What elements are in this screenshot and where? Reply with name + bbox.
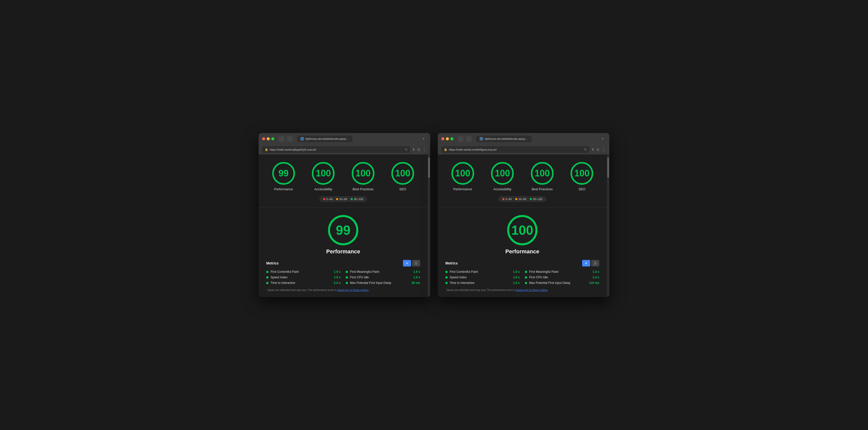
toggle-list-left[interactable]: ☰	[412, 260, 420, 267]
page-actions-right: ⬆ ⧉ ⋮	[591, 147, 606, 152]
perf-circle-large-left: 99	[328, 215, 358, 245]
toggle-grid-left[interactable]: ≡	[403, 260, 411, 267]
legend-label-green-right: 90–100	[533, 197, 542, 201]
score-label-bestpractices-right: Best Practices	[532, 187, 553, 191]
metric-name-si-right: Speed Index	[450, 276, 511, 279]
address-bar-row-left: 🔒 https://hello-world-q8qsp64y8.now.sh/ …	[262, 145, 427, 154]
legend-dot-orange-left	[336, 198, 338, 200]
legend-label-red-right: 0–49	[506, 197, 512, 201]
tab-left[interactable]: 🔵 lighthouse-dot-webdotdevsite.appspot..…	[297, 135, 352, 142]
legend-orange-left: 50–89	[336, 197, 347, 201]
back-button-right[interactable]: ‹	[458, 135, 464, 142]
performance-section-left: 99 Performance Metrics ≡ ☰	[259, 208, 428, 297]
windows-icon-left[interactable]: ⧉	[417, 148, 420, 152]
performance-section-right: 100 Performance Metrics ≡ ☰	[438, 208, 607, 297]
more-icon-left[interactable]: ⋮	[423, 147, 427, 152]
legend-bar-left: 0–49 50–89 90–100	[264, 196, 423, 202]
scrollbar-right[interactable]	[607, 154, 609, 297]
add-tab-left[interactable]: +	[420, 135, 427, 142]
browser-window-right: ‹ › 🔵 lighthouse-dot-webdotdevsite.appsp…	[438, 133, 609, 297]
legend-label-orange-left: 50–89	[339, 197, 347, 201]
score-number-bestpractices-left: 100	[355, 168, 371, 179]
perf-circle-large-right: 100	[507, 215, 537, 245]
score-seo-right: 100 SEO	[570, 162, 593, 191]
metric-tti-left: Time to Interactive 2.0 s	[266, 281, 341, 285]
metric-dot-tti-right	[445, 282, 447, 284]
windows-icon-right[interactable]: ⧉	[597, 148, 599, 152]
add-tab-right[interactable]: +	[599, 135, 606, 142]
score-label-accessibility-right: Accessibility	[494, 187, 512, 191]
share-icon-left[interactable]: ⬆	[412, 148, 415, 151]
metric-name-fmp-right: First Meaningful Paint	[529, 270, 590, 274]
score-label-bestpractices-left: Best Practices	[352, 187, 373, 191]
close-button-left[interactable]	[262, 137, 265, 140]
metric-value-fcp-left: 1.9 s	[334, 270, 341, 274]
perf-score-center-left: 99 Performance	[264, 215, 423, 255]
metric-dot-fci-right	[525, 276, 527, 279]
metric-name-tti-right: Time to Interactive	[450, 281, 511, 285]
footer-link-left[interactable]: based only on these metrics	[337, 289, 369, 291]
metric-si-right: Speed Index 1.0 s	[445, 276, 520, 279]
refresh-btn-right[interactable]: ↻	[584, 148, 587, 151]
metric-dot-fmp-left	[346, 271, 348, 273]
score-number-accessibility-right: 100	[495, 168, 510, 179]
share-icon-right[interactable]: ⬆	[591, 148, 594, 151]
metric-fmp-right: First Meaningful Paint 1.0 s	[525, 270, 599, 274]
legend-label-green-left: 90–100	[354, 197, 363, 201]
minimize-button-right[interactable]	[446, 137, 449, 140]
legend-pill-left: 0–49 50–89 90–100	[319, 196, 367, 202]
legend-green-right: 90–100	[530, 197, 542, 201]
browser-chrome-right: ‹ › 🔵 lighthouse-dot-webdotdevsite.appsp…	[438, 133, 609, 154]
more-icon-right[interactable]: ⋮	[601, 147, 606, 152]
footer-text-left: Values are estimated and may vary. The p…	[267, 289, 337, 291]
page-nav-left: ‹ ›	[278, 135, 293, 142]
minimize-button-left[interactable]	[267, 137, 270, 140]
legend-pill-right: 0–49 50–89 90–100	[498, 196, 547, 202]
metrics-section-left: Metrics ≡ ☰ First Contentful Paint 1.9 s	[264, 260, 423, 292]
url-text-right: https://hello-world-mmb0r8gsw.now.sh/	[449, 148, 583, 151]
view-toggle-left: ≡ ☰	[403, 260, 420, 267]
titlebar-left: ‹ › 🔵 lighthouse-dot-webdotdevsite.appsp…	[262, 135, 427, 142]
metric-name-fci-right: First CPU Idle	[529, 276, 590, 279]
metric-fcp-right: First Contentful Paint 1.0 s	[445, 270, 520, 274]
footer-end-right: .	[548, 289, 548, 291]
legend-red-left: 0–49	[323, 197, 333, 201]
metric-value-fmp-left: 1.9 s	[413, 270, 420, 274]
metric-value-si-left: 1.9 s	[334, 276, 341, 279]
metric-value-si-right: 1.0 s	[513, 276, 520, 279]
url-text-left: https://hello-world-q8qsp64y8.now.sh/	[270, 148, 403, 151]
metric-name-fci-left: First CPU Idle	[350, 276, 411, 279]
score-number-performance-right: 100	[455, 168, 470, 179]
legend-dot-red-left	[323, 198, 325, 200]
content-area-left: 99 Performance 100 Accessibility 100	[259, 154, 430, 297]
metric-value-tti-left: 2.0 s	[334, 281, 341, 285]
footer-link-right[interactable]: based only on these metrics	[516, 289, 548, 291]
metric-mpfid-left: Max Potential First Input Delay 90 ms	[346, 281, 420, 285]
address-bar-left[interactable]: 🔒 https://hello-world-q8qsp64y8.now.sh/ …	[262, 146, 410, 153]
metric-name-tti-left: Time to Interactive	[271, 281, 332, 285]
metric-name-mpfid-right: Max Potential First Input Delay	[529, 281, 587, 285]
metric-name-si-left: Speed Index	[271, 276, 332, 279]
legend-bar-right: 0–49 50–89 90–100	[443, 196, 602, 202]
maximize-button-left[interactable]	[271, 137, 274, 140]
scrollbar-thumb-right	[607, 157, 609, 178]
close-button-right[interactable]	[441, 137, 444, 140]
toggle-list-right[interactable]: ☰	[591, 260, 599, 267]
maximize-button-right[interactable]	[451, 137, 454, 140]
toggle-grid-right[interactable]: ≡	[582, 260, 590, 267]
page-actions-left: ⬆ ⧉ ⋮	[412, 147, 427, 152]
lock-icon-right: 🔒	[444, 148, 447, 151]
tab-right[interactable]: 🔵 lighthouse-dot-webdotdevsite.appspot..…	[476, 135, 532, 142]
forward-button-left[interactable]: ›	[286, 135, 293, 142]
score-performance-right: 100 Performance	[452, 162, 474, 191]
metric-dot-mpfid-right	[525, 282, 527, 284]
refresh-btn-left[interactable]: ↻	[405, 148, 408, 151]
scrollbar-left[interactable]	[428, 154, 430, 297]
back-button-left[interactable]: ‹	[278, 135, 285, 142]
legend-dot-orange-right	[515, 198, 517, 200]
forward-button-right[interactable]: ›	[466, 135, 472, 142]
address-bar-right[interactable]: 🔒 https://hello-world-mmb0r8gsw.now.sh/ …	[441, 146, 589, 153]
metric-dot-tti-left	[266, 282, 269, 284]
score-label-performance-left: Performance	[274, 187, 293, 191]
metrics-label-left: Metrics	[266, 261, 279, 265]
